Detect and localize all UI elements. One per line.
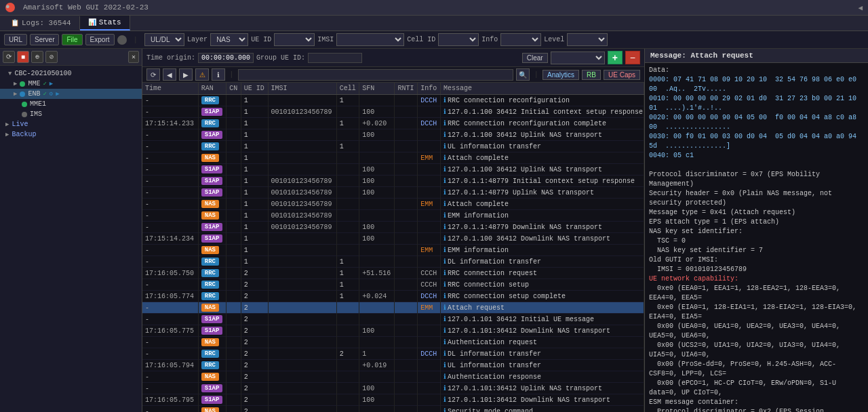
table-row[interactable]: 17:16:05.794 RRC 2 +0.019 ℹUL informatio… bbox=[142, 360, 644, 371]
cell-info bbox=[418, 325, 441, 337]
table-row[interactable]: - NAS 2 ℹSecurity mode command bbox=[142, 406, 644, 413]
info-filter-btn[interactable]: ℹ bbox=[212, 68, 225, 81]
left-stop-btn[interactable]: ■ bbox=[17, 51, 29, 63]
cell-ue-id: 1 bbox=[241, 141, 268, 152]
imsi-select[interactable] bbox=[336, 33, 404, 46]
ue-id-select[interactable] bbox=[274, 33, 315, 46]
cell-id-select[interactable] bbox=[438, 33, 479, 46]
table-row[interactable]: - RRC 1 1 ℹDL information transfer bbox=[142, 256, 644, 268]
mme-play-icon[interactable]: ▶ bbox=[50, 80, 53, 87]
left-nav-1[interactable]: ⟳ bbox=[3, 51, 15, 63]
warning-btn[interactable]: ⚠ bbox=[195, 68, 209, 81]
col-cn: CN bbox=[226, 83, 241, 95]
cell-ran: S1AP bbox=[198, 314, 226, 325]
table-row[interactable]: - S1AP 1 001010123456789 100 ℹ127.0.1.1:… bbox=[142, 176, 644, 187]
export-button[interactable]: Export bbox=[85, 34, 115, 45]
center-toolbar: Time origin: 00:00:00.000 Group UE ID: C… bbox=[142, 49, 644, 67]
cell-cn bbox=[226, 406, 241, 413]
time-origin-value: 00:00:00.000 bbox=[198, 53, 254, 63]
info-select[interactable] bbox=[500, 33, 541, 46]
tree-mme[interactable]: ▶ MME ✓ ▶ bbox=[0, 79, 142, 89]
table-row[interactable]: 17:16:05.774 RRC 2 1 +0.024 DCCH ℹRRC co… bbox=[142, 291, 644, 302]
cell-cell bbox=[336, 245, 359, 256]
close-button[interactable]: ● bbox=[5, 3, 15, 12]
table-row[interactable]: - S1AP 2 ℹ127.0.1.101 36412 Initial UE m… bbox=[142, 314, 644, 325]
server-button[interactable]: Server bbox=[30, 34, 59, 45]
analytics-button[interactable]: Analytics bbox=[542, 70, 579, 80]
tree-live[interactable]: ▶ Live bbox=[0, 119, 142, 129]
tree-backup[interactable]: ▶ Backup bbox=[0, 129, 142, 140]
rb-button[interactable]: RB bbox=[582, 70, 601, 80]
table-row[interactable]: - NAS 1 001010123456789 EMM ℹAttach comp… bbox=[142, 199, 644, 210]
cell-time: - bbox=[142, 348, 198, 360]
filter-ul-dl[interactable]: UL/DL UL DL bbox=[144, 33, 184, 46]
cell-info bbox=[418, 337, 441, 348]
table-row[interactable]: - S1AP 1 100 ℹ127.0.1.100 36412 Uplink N… bbox=[142, 129, 644, 141]
table-row[interactable]: - NAS 1 EMM ℹEMM information bbox=[142, 245, 644, 256]
table-row[interactable]: 17:16:05.775 S1AP 2 100 ℹ127.0.1.101:364… bbox=[142, 325, 644, 337]
table-row[interactable]: - NAS 2 ℹAuthentication request bbox=[142, 337, 644, 348]
left-nav-2[interactable]: ⊕ bbox=[31, 51, 43, 63]
cell-ue-id: 2 bbox=[241, 291, 268, 302]
table-row[interactable]: - RRC 2 1 CCCH ℹRRC connection setup bbox=[142, 279, 644, 291]
table-row[interactable]: 17:15:14.234 S1AP 1 100 ℹ127.0.1.100 364… bbox=[142, 233, 644, 245]
enb-play-icon[interactable]: ▶ bbox=[56, 90, 59, 98]
cell-sfn: 100 bbox=[359, 233, 395, 245]
col-message: Message bbox=[441, 83, 644, 95]
tab-stats[interactable]: 📊 Stats bbox=[80, 16, 130, 30]
table-row[interactable]: - S1AP 2 100 ℹ127.0.1.101:36412 Uplink N… bbox=[142, 383, 644, 394]
table-row[interactable]: - S1AP 1 001010123456789 100 ℹ127.0.1.1:… bbox=[142, 222, 644, 233]
cell-ran: S1AP bbox=[198, 164, 226, 176]
tree-root[interactable]: ▼ CBC-2021050100 bbox=[0, 68, 142, 79]
cell-id-label: Cell ID bbox=[407, 36, 435, 43]
enb-settings-icon[interactable]: ⚙ bbox=[50, 90, 53, 98]
file-button[interactable]: File bbox=[62, 34, 82, 45]
table-row[interactable]: - RRC 2 2 1 DCCH ℹDL information transfe… bbox=[142, 348, 644, 360]
forward-btn[interactable]: ▶ bbox=[179, 68, 193, 81]
remove-button[interactable]: − bbox=[625, 51, 640, 64]
add-button[interactable]: + bbox=[608, 51, 623, 64]
info-icon: ℹ bbox=[443, 408, 446, 412]
level-select[interactable] bbox=[567, 33, 608, 46]
table-row[interactable]: - RRC 1 1 ℹUL information transfer bbox=[142, 141, 644, 152]
cell-cn bbox=[226, 95, 241, 106]
url-button[interactable]: URL bbox=[4, 34, 27, 45]
nav-back-icon[interactable]: ◀ bbox=[858, 3, 863, 12]
tree-enb[interactable]: ▶ ENB ✓ ⚙ ▶ bbox=[0, 89, 142, 99]
table-row[interactable]: - NAS 2 EMM ℹAttach request bbox=[142, 302, 644, 314]
cell-info: DCCH bbox=[418, 118, 441, 129]
cell-time: - bbox=[142, 314, 198, 325]
cell-time: - bbox=[142, 129, 198, 141]
search-input[interactable] bbox=[238, 69, 514, 81]
tree-ims[interactable]: IMS bbox=[0, 109, 142, 119]
cell-rnti bbox=[395, 233, 418, 245]
back-btn[interactable]: ◀ bbox=[163, 68, 176, 81]
cell-ue-id: 1 bbox=[241, 233, 268, 245]
ue-caps-button[interactable]: UE Caps bbox=[604, 70, 640, 80]
group-ue-input[interactable] bbox=[308, 53, 362, 63]
clear-button[interactable]: Clear bbox=[522, 53, 548, 63]
table-row[interactable]: 17:16:05.750 RRC 2 1 +51.516 CCCH ℹRRC c… bbox=[142, 268, 644, 279]
cell-ue-id: 1 bbox=[241, 176, 268, 187]
left-nav-3[interactable]: ⊘ bbox=[45, 51, 58, 63]
refresh-btn[interactable]: ⟳ bbox=[146, 68, 160, 81]
settings-icon[interactable] bbox=[117, 35, 127, 45]
tree-mme1[interactable]: MME1 bbox=[0, 99, 142, 109]
layer-select[interactable]: NAS RRC S1AP bbox=[210, 33, 248, 46]
table-row[interactable]: - NAS 1 EMM ℹAttach complete bbox=[142, 152, 644, 164]
table-row[interactable]: - S1AP 1 001010123456789 100 ℹ127.0.1.10… bbox=[142, 106, 644, 118]
clear-dropdown[interactable] bbox=[551, 52, 605, 64]
table-row[interactable]: - NAS 2 ℹAuthentication response bbox=[142, 371, 644, 383]
table-row[interactable]: - S1AP 1 001010123456789 100 ℹ127.0.1.1:… bbox=[142, 187, 644, 199]
table-row[interactable]: 17:16:05.795 S1AP 2 100 ℹ127.0.1.101:364… bbox=[142, 394, 644, 406]
table-row[interactable]: - S1AP 1 100 ℹ127.0.1.100 36412 Uplink N… bbox=[142, 164, 644, 176]
table-row[interactable]: 17:15:14.233 RRC 1 1 +0.020 DCCH ℹRRC co… bbox=[142, 118, 644, 129]
left-close-btn[interactable]: ✕ bbox=[128, 51, 139, 63]
search-icon-btn[interactable]: 🔍 bbox=[516, 68, 530, 81]
col-imsi: IMSI bbox=[268, 83, 336, 95]
cell-imsi bbox=[268, 371, 336, 383]
table-row[interactable]: - RRC 1 1 DCCH ℹRRC connection reconfigu… bbox=[142, 95, 644, 106]
tab-logs[interactable]: 📋 Logs: 36544 bbox=[3, 16, 80, 30]
cell-imsi bbox=[268, 279, 336, 291]
table-row[interactable]: - NAS 1 001010123456789 ℹEMM information bbox=[142, 210, 644, 222]
